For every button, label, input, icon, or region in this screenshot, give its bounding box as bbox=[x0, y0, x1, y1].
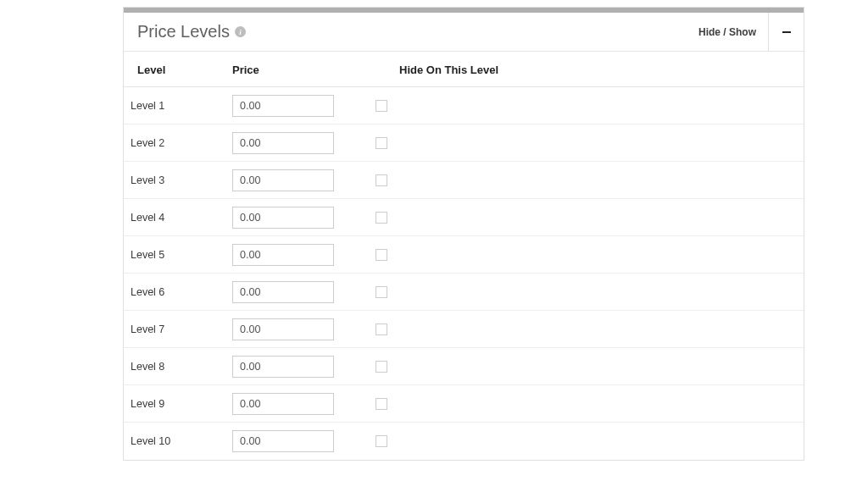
hide-checkbox[interactable] bbox=[376, 323, 387, 335]
hide-checkbox[interactable] bbox=[376, 361, 387, 373]
hide-cell bbox=[365, 199, 804, 236]
level-label: Level 10 bbox=[124, 423, 225, 460]
minus-icon bbox=[782, 31, 791, 33]
table-row: Level 3 bbox=[124, 162, 804, 199]
table-row: Level 1 bbox=[124, 87, 804, 124]
level-label: Level 3 bbox=[124, 162, 225, 199]
hide-checkbox[interactable] bbox=[376, 174, 387, 186]
price-cell bbox=[225, 124, 365, 162]
hide-checkbox[interactable] bbox=[376, 398, 387, 410]
hide-show-toggle[interactable]: Hide / Show bbox=[687, 26, 768, 38]
price-cell bbox=[225, 236, 365, 274]
hide-cell bbox=[365, 124, 804, 162]
price-cell bbox=[225, 274, 365, 311]
level-label: Level 2 bbox=[124, 124, 225, 162]
level-label: Level 7 bbox=[124, 311, 225, 348]
price-cell bbox=[225, 87, 365, 124]
hide-cell bbox=[365, 274, 804, 311]
column-header-hide: Hide On This Level bbox=[365, 52, 804, 87]
price-cell bbox=[225, 385, 365, 423]
level-label: Level 6 bbox=[124, 274, 225, 311]
hide-checkbox[interactable] bbox=[376, 435, 387, 447]
hide-checkbox[interactable] bbox=[376, 137, 387, 149]
hide-checkbox[interactable] bbox=[376, 286, 387, 298]
price-cell bbox=[225, 199, 365, 236]
price-input[interactable] bbox=[232, 207, 334, 229]
table-row: Level 4 bbox=[124, 199, 804, 236]
price-input[interactable] bbox=[232, 281, 334, 303]
hide-cell bbox=[365, 236, 804, 274]
price-cell bbox=[225, 162, 365, 199]
level-label: Level 5 bbox=[124, 236, 225, 274]
price-input[interactable] bbox=[232, 95, 334, 117]
collapse-button[interactable] bbox=[768, 13, 804, 52]
level-label: Level 1 bbox=[124, 87, 225, 124]
panel-title-text: Price Levels bbox=[137, 22, 230, 41]
price-levels-table: Level Price Hide On This Level Level 1Le… bbox=[124, 52, 804, 460]
price-input[interactable] bbox=[232, 318, 334, 340]
level-label: Level 8 bbox=[124, 348, 225, 385]
table-row: Level 5 bbox=[124, 236, 804, 274]
level-label: Level 9 bbox=[124, 385, 225, 423]
price-input[interactable] bbox=[232, 169, 334, 191]
price-cell bbox=[225, 423, 365, 460]
hide-checkbox[interactable] bbox=[376, 212, 387, 224]
table-row: Level 6 bbox=[124, 274, 804, 311]
hide-checkbox[interactable] bbox=[376, 100, 387, 112]
table-row: Level 10 bbox=[124, 423, 804, 460]
price-input[interactable] bbox=[232, 430, 334, 452]
price-input[interactable] bbox=[232, 132, 334, 154]
price-input[interactable] bbox=[232, 244, 334, 266]
table-row: Level 9 bbox=[124, 385, 804, 423]
price-cell bbox=[225, 311, 365, 348]
level-label: Level 4 bbox=[124, 199, 225, 236]
hide-cell bbox=[365, 162, 804, 199]
column-header-level: Level bbox=[124, 52, 225, 87]
table-row: Level 8 bbox=[124, 348, 804, 385]
price-input[interactable] bbox=[232, 356, 334, 378]
table-row: Level 7 bbox=[124, 311, 804, 348]
hide-cell bbox=[365, 423, 804, 460]
panel-title: Price Levels i bbox=[124, 22, 687, 41]
table-row: Level 2 bbox=[124, 124, 804, 162]
price-input[interactable] bbox=[232, 393, 334, 415]
table-body: Level 1Level 2Level 3Level 4Level 5Level… bbox=[124, 87, 804, 460]
column-header-price: Price bbox=[225, 52, 365, 87]
info-icon[interactable]: i bbox=[235, 26, 246, 37]
hide-cell bbox=[365, 385, 804, 423]
hide-checkbox[interactable] bbox=[376, 249, 387, 261]
hide-cell bbox=[365, 348, 804, 385]
hide-cell bbox=[365, 311, 804, 348]
table-header-row: Level Price Hide On This Level bbox=[124, 52, 804, 87]
price-levels-panel: Price Levels i Hide / Show Level Price H… bbox=[123, 7, 804, 461]
hide-cell bbox=[365, 87, 804, 124]
panel-header: Price Levels i Hide / Show bbox=[124, 13, 804, 52]
price-cell bbox=[225, 348, 365, 385]
